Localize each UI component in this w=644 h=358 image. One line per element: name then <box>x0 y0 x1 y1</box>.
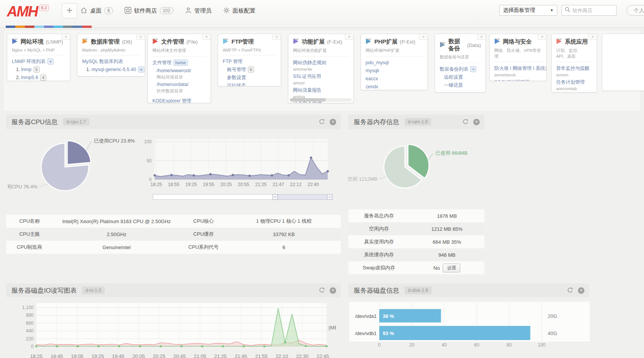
cpu-free-label: 空闲CPU 76.4% <box>8 184 37 190</box>
close-icon[interactable]: × <box>136 34 145 40</box>
swap-set-button[interactable]: 设置 <box>443 264 460 272</box>
ram-usage-pie-chart: 已使用 664MB空闲 1212MB <box>344 132 489 197</box>
top-header: AMH 6.1 + 桌面6软件商店102管理员面板配置 选择面板管理 ▼ 个人用 <box>0 0 644 28</box>
widget-link[interactable]: lnmp <box>21 67 31 72</box>
panel-select[interactable]: 选择面板管理 ▼ <box>499 5 557 16</box>
widget-scrollbar[interactable] <box>290 98 352 102</box>
close-icon[interactable]: × <box>578 287 584 294</box>
refresh-icon[interactable] <box>567 287 573 294</box>
svg-text:0: 0 <box>149 177 152 182</box>
cpu-panel-header: 服务器CPU信息 d-cpu-1.7 × <box>6 115 341 129</box>
widget-badge[interactable]: + <box>47 58 53 65</box>
widget-badge[interactable]: + <box>470 66 476 72</box>
widget-link[interactable]: SSL证书应用 <box>293 74 321 79</box>
refresh-icon[interactable] <box>319 119 325 125</box>
widget-link[interactable]: pdo_mysql <box>366 60 388 65</box>
flag-icon <box>152 38 159 46</box>
nav-item-3[interactable]: 面板配置 <box>223 7 256 15</box>
close-icon[interactable]: × <box>202 34 210 40</box>
cell-label: 服务器总内存 <box>348 212 409 219</box>
close-icon[interactable]: × <box>272 34 281 40</box>
widget-item: 账号管理6 <box>223 66 276 73</box>
widget-link[interactable]: 运行状态 <box>227 83 246 86</box>
close-icon[interactable]: × <box>588 34 597 40</box>
svg-text:0: 0 <box>31 344 34 349</box>
close-icon[interactable]: × <box>330 119 336 125</box>
cell-value: 946 MB <box>409 252 484 258</box>
cell-value: Intel(R) Xeon(R) Platinum 8163 CPU @ 2.5… <box>53 219 180 224</box>
widget-link[interactable]: /home/usrdata/ <box>157 82 188 87</box>
close-icon[interactable]: × <box>538 34 546 40</box>
range-handle-right[interactable]: = <box>327 194 332 200</box>
close-icon[interactable]: × <box>61 34 70 40</box>
color-strip <box>6 26 92 28</box>
widget-link[interactable]: 远程设置 <box>444 75 463 80</box>
widget-item: zendx <box>366 84 423 90</box>
widget-item: 1.mysql-generic-5.5.40≡ <box>82 66 140 73</box>
widget-badge[interactable]: 5 <box>34 66 40 73</box>
range-handle-left[interactable]: = <box>272 194 278 200</box>
close-icon[interactable]: × <box>419 34 427 40</box>
widget-title: FTP管理 <box>231 38 254 45</box>
cpu-chart-range-scrollbar[interactable]: = = <box>153 194 332 200</box>
cell-value: GenuineIntel <box>53 245 180 250</box>
close-icon[interactable]: × <box>330 287 336 294</box>
widget-link[interactable]: 数据备份列表 <box>440 66 468 72</box>
widget-link[interactable]: 参数设置 <box>227 75 246 80</box>
cell-value: 664 MB 35% <box>409 239 484 245</box>
refresh-icon[interactable] <box>462 119 469 125</box>
nav-item-0[interactable]: 桌面6 <box>80 7 113 15</box>
close-icon[interactable]: × <box>345 34 353 40</box>
widget-link[interactable]: FTP 管理 <box>223 59 243 64</box>
widget-card-4: ×功能扩展(F-Ext)网站环境功能扩展网站伪静态规则amrewriteSSL证… <box>288 34 354 103</box>
nav-item-1[interactable]: 软件商店102 <box>125 7 173 15</box>
nav-count-badge: 6 <box>104 7 113 14</box>
widget-card-0: ×网站环境(LNMP)Nginx + MySQL + PHPLNMP 环境列表+… <box>7 34 70 81</box>
widget-item: 数据备份列表+ <box>440 66 481 73</box>
widget-link[interactable]: zendx <box>366 84 378 89</box>
nav-item-2[interactable]: 管理员 <box>185 7 212 15</box>
widget-link[interactable]: KODExplorer 管理 <box>152 98 191 103</box>
strip-segment <box>6 26 15 28</box>
close-icon[interactable]: × <box>473 119 480 125</box>
widget-badge[interactable]: home <box>173 60 188 66</box>
widget-link[interactable]: LNMP 环境列表 <box>12 59 45 64</box>
widget-link[interactable]: mysql-generic-5.5.40 <box>91 67 136 72</box>
widget-link[interactable]: 异常监控与提醒 <box>556 66 590 71</box>
svg-text:22:45: 22:45 <box>317 353 329 358</box>
widget-link[interactable]: 网站伪静态规则 <box>293 60 327 65</box>
widget-link[interactable]: 网站流量报告 <box>293 87 322 93</box>
widget-link[interactable]: /home/wwwroot/ <box>157 68 191 73</box>
widget-link[interactable]: lnmp5.6 <box>21 75 38 80</box>
widget-link[interactable]: MySQL 数据库列表 <box>82 59 123 64</box>
widget-item: KODExplorer 管理 <box>152 98 206 103</box>
widget-link[interactable]: 防火墙 I 网络管理 I 系统进程 <box>494 66 547 71</box>
widget-link[interactable]: 任务计划管理 <box>556 79 585 85</box>
widget-link[interactable]: SOCK5代理管理 <box>494 79 529 81</box>
add-widget-button[interactable]: + <box>62 3 77 18</box>
close-icon[interactable]: × <box>477 34 485 40</box>
refresh-icon[interactable] <box>319 287 325 294</box>
svg-text:21:05: 21:05 <box>194 353 206 358</box>
strip-segment <box>25 26 34 28</box>
widget-item: FTP 管理 <box>223 58 276 65</box>
range-selection[interactable] <box>275 194 333 199</box>
widget-item: 2.lnmp5.64 <box>12 75 65 81</box>
svg-text:19:05: 19:05 <box>71 353 84 358</box>
widget-link[interactable]: 账号管理 <box>227 67 246 72</box>
widget-badge[interactable]: ≡ <box>138 66 144 73</box>
widget-head: 网络与安全 <box>494 38 542 46</box>
account-button[interactable]: 个人用 <box>626 5 644 16</box>
ram-table-row: Swap虚拟内存No设置 <box>348 261 484 274</box>
widget-link[interactable]: mysqli <box>366 68 379 73</box>
widget-items: 防火墙 I 网络管理 I 系统进程amnetworkSOCK5代理管理amssh <box>494 65 542 81</box>
svg-text:22:10: 22:10 <box>276 353 288 358</box>
nav-label: 管理员 <box>194 7 212 15</box>
widget-link[interactable]: 文件管理 <box>152 60 172 65</box>
widget-link[interactable]: 一键还原 <box>444 83 463 88</box>
widget-subtitle: Nginx + MySQL + PHP <box>12 48 65 55</box>
widget-link[interactable]: eaccx <box>366 76 378 81</box>
search-input[interactable] <box>573 8 611 13</box>
widget-badge[interactable]: 4 <box>40 75 46 81</box>
widget-badge[interactable]: 6 <box>248 66 254 73</box>
